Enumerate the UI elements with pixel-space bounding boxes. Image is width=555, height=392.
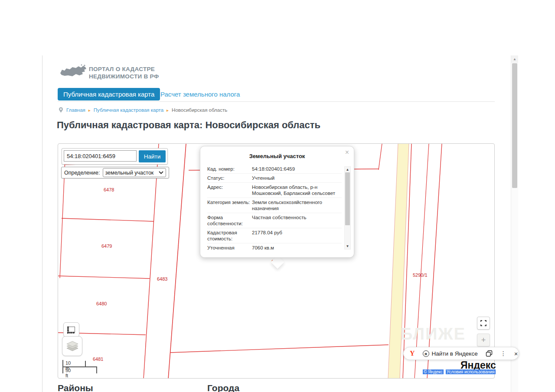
popup-title: Земельный участок <box>200 153 354 159</box>
definition-label: Определение: <box>64 170 100 176</box>
popup-body: Кад. номер:54:18:020401:6459 Статус:Учте… <box>207 165 342 253</box>
site-title-line2: НЕДВИЖИМОСТИ В РФ <box>89 73 159 80</box>
search-input[interactable] <box>64 150 137 162</box>
scale-imperial: 50 ft <box>65 368 71 378</box>
search-button[interactable]: Найти <box>139 150 166 162</box>
page-scrollbar[interactable]: ▲ <box>511 55 518 392</box>
page-left-border <box>42 55 42 392</box>
layers-button[interactable] <box>62 336 82 356</box>
popup-row: Кадастровая стоимость:21778.04 руб <box>207 228 342 243</box>
breadcrumb: Главная ▸ Публичная кадастровая карта ▸ … <box>59 107 227 113</box>
definition-control: Определение: земельный участок <box>61 167 169 178</box>
parcel-info-popup: × Земельный участок Кад. номер:54:18:020… <box>200 146 354 258</box>
more-options-icon[interactable]: ⋮ <box>496 347 510 360</box>
terms-of-use-link[interactable]: Условия использования <box>446 369 496 374</box>
popup-row: Статус:Учтенный <box>207 174 342 183</box>
measure-button[interactable] <box>63 322 79 337</box>
chevron-down-icon <box>159 171 163 174</box>
fullscreen-icon <box>480 320 486 326</box>
parcel-label[interactable]: 5290/1 <box>413 272 428 278</box>
yandex-circle-icon: я <box>423 350 429 357</box>
parcel-label[interactable]: 6479 <box>101 243 112 249</box>
fullscreen-button[interactable] <box>477 317 490 330</box>
popup-row: Уточненная площадь:7060 кв.м <box>207 243 342 253</box>
breadcrumb-arrow-icon: ▸ <box>166 108 169 113</box>
copyright-owner[interactable]: © Яндекс <box>423 369 444 374</box>
breadcrumb-arrow-icon: ▸ <box>88 108 91 113</box>
map-search-panel: Найти <box>62 148 168 165</box>
copy-button[interactable] <box>482 347 496 360</box>
districts-heading: Районы <box>58 383 93 392</box>
site-title: ПОРТАЛ О КАДАСТРЕ НЕДВИЖИМОСТИ В РФ <box>89 65 159 80</box>
scroll-up-icon[interactable]: ▲ <box>345 168 350 172</box>
tab-public-cadastral-map[interactable]: Публичная кадастровая карта <box>58 88 160 100</box>
tab-land-tax-calc[interactable]: Расчет земельного налога <box>160 91 240 98</box>
cities-heading: Города <box>207 383 239 392</box>
popup-row: Категория земель:Земли сельскохозяйствен… <box>207 198 342 213</box>
popup-row: Адрес:Новосибирская область, р-н Мошковс… <box>207 183 342 198</box>
location-pin-icon <box>59 107 63 113</box>
zoom-in-button[interactable]: + <box>477 334 490 347</box>
cadastral-map[interactable]: БЛИЖЕ 6478 6479 6483 6480 6481 6459 5290… <box>58 143 495 379</box>
page-scrollbar-thumb[interactable] <box>512 63 517 188</box>
parcel-label[interactable]: 6483 <box>157 276 167 282</box>
site-logo[interactable] <box>59 62 87 84</box>
site-title-line1: ПОРТАЛ О КАДАСТРЕ <box>89 65 159 73</box>
zoom-hint-watermark: БЛИЖЕ <box>401 325 466 343</box>
parcel-label[interactable]: 6478 <box>104 187 114 192</box>
map-copyright: © Яндекс Условия использования <box>423 369 496 374</box>
parcel-label[interactable]: 6480 <box>96 301 107 306</box>
close-icon[interactable]: × <box>345 149 349 156</box>
definition-value: земельный участок <box>105 170 154 176</box>
yandex-y-icon[interactable]: Y <box>410 350 415 357</box>
scrollbar-up-arrow-icon[interactable]: ▲ <box>511 55 518 63</box>
breadcrumb-map[interactable]: Публичная кадастровая карта <box>94 107 163 113</box>
popup-scrollbar-thumb[interactable] <box>345 172 350 225</box>
russia-map-icon <box>59 62 87 82</box>
popup-row: Кад. номер:54:18:020401:6459 <box>207 165 342 174</box>
parcel-label[interactable]: 6481 <box>93 356 103 362</box>
find-in-yandex-button[interactable]: я Найти в Яндексе <box>419 347 482 360</box>
tabs-divider <box>58 101 495 102</box>
yandex-search-bar[interactable]: Y я Найти в Яндексе ⋮ × <box>403 347 519 360</box>
close-icon[interactable]: × <box>510 347 524 360</box>
find-in-yandex-label: Найти в Яндексе <box>432 350 478 357</box>
scroll-down-icon[interactable]: ▼ <box>345 244 350 248</box>
popup-row: Форма собственности:Частная собственност… <box>207 213 342 228</box>
copy-icon <box>486 350 493 357</box>
definition-select[interactable]: земельный участок <box>103 168 166 177</box>
ruler-icon <box>67 326 76 334</box>
breadcrumb-current: Новосибирская область <box>172 107 227 113</box>
page-title: Публичная кадастровая карта: Новосибирск… <box>57 120 320 131</box>
popup-scrollbar[interactable]: ▲ ▼ <box>344 166 351 249</box>
layers-icon <box>66 340 79 352</box>
breadcrumb-home[interactable]: Главная <box>66 107 85 113</box>
